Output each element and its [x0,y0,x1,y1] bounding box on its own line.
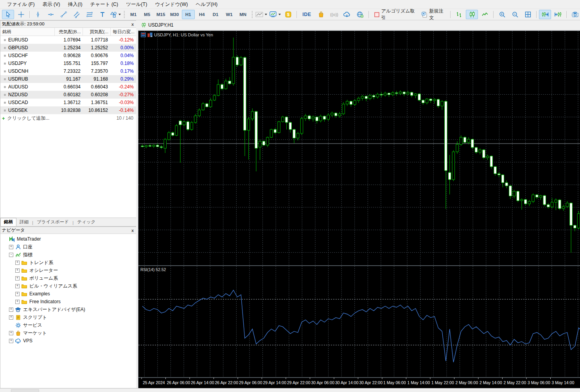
tree-item--[interactable]: +スクリプト [0,313,136,321]
timeframe-d1[interactable]: D1 [209,10,222,19]
crosshair-tool[interactable] [15,10,27,19]
add-symbol-row[interactable]: + クリックして追加... 10 / 140 [0,114,136,122]
trendline-tool[interactable] [58,10,70,19]
column-header-1[interactable]: 売気配(B... [55,28,83,36]
chart-tab-usdjpy[interactable]: USDJPY,H1 [138,21,177,29]
expander-plus-icon[interactable]: + [9,315,13,320]
tree-item-metatrader[interactable]: MetaTrader [0,235,136,243]
menu-item-4[interactable]: ツール(T) [122,0,151,9]
tree-item--[interactable]: +トレンド系 [0,259,136,266]
column-header-2[interactable]: 買気配(... [83,28,111,36]
timeframe-mn[interactable]: MN [237,10,250,19]
indicators-button[interactable] [255,10,268,19]
channel-tool[interactable] [71,10,83,19]
trade-button[interactable]: $ [282,10,294,19]
tree-item--[interactable]: サービス [0,321,136,329]
timeframe-m5[interactable]: M5 [141,10,154,19]
new-order-button[interactable]: 新規注文 [418,10,448,19]
expander-plus-icon[interactable]: + [15,300,20,304]
expander-plus-icon[interactable]: + [15,268,20,273]
close-icon[interactable]: x [130,22,135,27]
tile-windows-button[interactable] [522,10,534,19]
ide-button[interactable]: IDE [299,10,314,19]
market-watch-tab-2[interactable]: プライスボード [34,218,72,226]
bar-chart-button[interactable] [453,10,465,19]
expander-minus-icon[interactable]: - [9,253,13,257]
expander-plus-icon[interactable]: + [15,276,20,281]
chart-template-button[interactable] [268,10,281,19]
tree-item--[interactable]: +オシレーター [0,266,136,274]
tree-item--[interactable]: +ボリューム系 [0,274,136,282]
timeframe-h4[interactable]: H4 [196,10,208,19]
zoom-in-button[interactable] [496,10,508,19]
menu-item-1[interactable]: 表示 (V) [39,0,64,9]
market-watch-row-nzdusd[interactable]: NZDUSD0.601820.60208-0.27% [0,91,136,99]
expander-plus-icon[interactable]: + [9,331,13,335]
tree-item-examples[interactable]: +Examples [0,290,136,298]
auto-scroll-button[interactable] [539,10,551,19]
zoom-out-button[interactable] [509,10,521,19]
timeframe-m1[interactable]: M1 [127,10,140,19]
community-button[interactable] [354,10,366,19]
menu-item-6[interactable]: ヘルプ(H) [192,0,221,9]
horizontal-line-tool[interactable] [45,10,57,19]
chart-properties-icon[interactable] [147,32,153,37]
menu-item-2[interactable]: 挿入(I) [64,0,86,9]
close-icon[interactable]: x [130,228,135,233]
symbol-name: AUDUSD [8,84,28,90]
timeframe-m15[interactable]: M15 [154,10,167,19]
market-watch-row-usdsek[interactable]: USDSEK10.8283810.86152-0.14% [0,106,136,114]
expander-plus-icon[interactable]: + [9,339,13,343]
timeframe-m30[interactable]: M30 [168,10,181,19]
tree-item--ea-[interactable]: +エキスパートアドバイザ(EA) [0,306,136,313]
one-click-trading-icon[interactable] [141,32,146,37]
price-chart[interactable]: 25 Apr 202426 Apr 06:0026 Apr 14:0026 Ap… [138,31,580,388]
menu-item-5[interactable]: ウインドウ(W) [151,0,192,9]
cloud-button[interactable] [341,10,353,19]
tree-item--[interactable]: +マーケット [0,329,136,337]
column-header-0[interactable]: 銘柄 [0,28,55,36]
timeframe-w1[interactable]: W1 [223,10,236,19]
candle-chart-button[interactable] [466,10,478,19]
cursor-tool[interactable] [2,10,14,19]
market-watch-tab-0[interactable]: 銘柄 [0,218,16,226]
market-watch-row-eurusd[interactable]: EURUSD1.076941.07718-0.12% [0,36,136,44]
market-watch-tab-1[interactable]: 詳細 [16,218,32,226]
tree-item--[interactable]: +口座 [0,243,136,251]
market-watch-row-audusd[interactable]: AUDUSD0.660340.66043-0.24% [0,83,136,91]
market-watch-row-usdchf[interactable]: USDCHF0.906280.906760.04% [0,52,136,59]
toolbar-handle[interactable] [124,11,125,18]
chevron-down-icon [278,14,281,15]
tree-item--[interactable]: -指標 [0,251,136,259]
tree-item-vps[interactable]: +VPS [0,337,136,345]
text-tool[interactable] [97,10,109,19]
expander-plus-icon[interactable]: + [15,284,20,288]
market-watch-row-usdjpy[interactable]: USDJPY155.751155.7970.18% [0,59,136,67]
market-watch-row-usdrub[interactable]: USDRUB91.16791.1680.29% [0,75,136,83]
tree-item--[interactable]: +ビル・ウィリアムス系 [0,282,136,290]
column-header-3[interactable]: 毎日の変... [111,28,136,36]
line-chart-button[interactable] [479,10,491,19]
menu-item-3[interactable]: チャート (C) [86,0,122,9]
algo-trading-button[interactable]: アルゴリズム取引 [371,10,418,19]
vertical-line-tool[interactable] [32,10,44,19]
chart-shift-button[interactable] [552,10,564,19]
expander-plus-icon[interactable]: + [15,292,20,296]
menu-item-0[interactable]: ファイル (F) [3,0,39,9]
expander-plus-icon[interactable]: + [15,261,20,265]
toolbar-handle[interactable] [251,11,253,18]
equidistant-lines-tool[interactable] [84,10,96,19]
market-watch-row-usdcad[interactable]: USDCAD1.367121.36751-0.03% [0,99,136,106]
chart-window[interactable]: 25 Apr 202426 Apr 06:0026 Apr 14:0026 Ap… [138,31,580,388]
market-watch-tab-3[interactable]: ティック [74,218,99,226]
market-button[interactable] [315,10,327,19]
timeframe-h1[interactable]: H1 [182,10,195,19]
expander-plus-icon[interactable]: + [9,245,13,249]
screenshot-button[interactable] [569,10,580,19]
signals-button[interactable]: ((o)) [328,10,340,19]
shapes-tool[interactable] [110,10,122,19]
expander-plus-icon[interactable]: + [9,307,13,312]
tree-item-free-indicators[interactable]: +Free Indicators [0,298,136,306]
market-watch-row-gbpusd[interactable]: GBPUSD1.252341.252520.00% [0,44,136,52]
market-watch-row-usdcnh[interactable]: USDCNH7.233227.235700.17% [0,67,136,75]
